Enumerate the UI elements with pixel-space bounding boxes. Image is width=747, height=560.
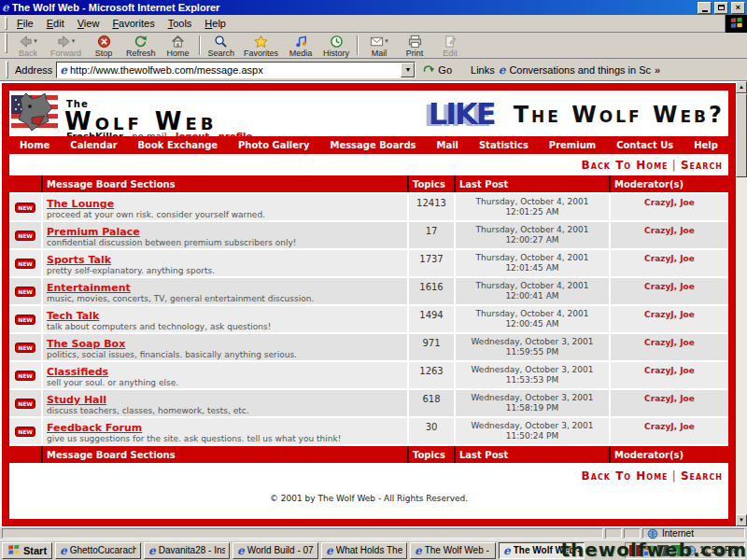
moderators[interactable]: CrazyJ, Joe (611, 278, 728, 304)
board-row: NEW Entertainment music, movies, concert… (9, 278, 728, 304)
refresh-button[interactable]: Refresh (121, 33, 161, 58)
topics-count: 1616 (409, 278, 454, 304)
moderators[interactable]: CrazyJ, Joe (611, 194, 728, 220)
last-post-date: Thursday, October 4, 2001 12:01:25 AM (456, 194, 609, 220)
menu-item[interactable]: Favorites (106, 16, 161, 31)
header-last-post: Last Post (456, 175, 609, 192)
board-link[interactable]: Tech Talk (47, 310, 99, 322)
stop-button[interactable]: Stop (86, 33, 121, 58)
refresh-icon (134, 35, 148, 49)
board-description: confidential discussion between premium … (47, 238, 403, 247)
search-link[interactable]: Search (681, 469, 723, 483)
new-posts-icon: NEW (15, 315, 35, 325)
links-chevron-icon[interactable] (655, 64, 660, 76)
moderators[interactable]: CrazyJ, Joe (611, 418, 728, 444)
new-posts-icon: NEW (15, 343, 35, 353)
favorites-icon (254, 35, 268, 49)
menu-item[interactable]: Edit (40, 16, 71, 31)
back-button[interactable]: ▾ Back (10, 33, 46, 58)
page-scrollbar[interactable]: ▲ ▼ (736, 81, 747, 526)
forward-button[interactable]: ▾ Forward (46, 33, 86, 58)
menu-item[interactable]: Tools (162, 16, 199, 31)
menu-item[interactable]: View (71, 16, 106, 31)
stop-icon (97, 35, 111, 49)
nav-item[interactable]: Help (694, 140, 718, 150)
toolbar-grip[interactable] (5, 33, 7, 53)
menu-item[interactable]: File (10, 16, 40, 31)
nav-item[interactable]: Calendar (70, 140, 117, 150)
task-icon (326, 545, 333, 556)
media-button[interactable]: Media (283, 33, 318, 58)
board-description: give us suggestions for the site. ask qu… (47, 434, 403, 443)
search-link[interactable]: Search (681, 159, 723, 172)
scroll-up-icon[interactable]: ▲ (736, 81, 747, 93)
moderators[interactable]: CrazyJ, Joe (611, 390, 728, 416)
nav-item[interactable]: Mail (436, 140, 458, 150)
nav-item[interactable]: Statistics (479, 140, 529, 150)
menu-grip[interactable] (5, 17, 7, 30)
go-arrow-icon (423, 64, 436, 76)
last-post-date: Wednesday, October 3, 2001 11:53:53 PM (456, 362, 609, 388)
board-row: NEW Sports Talk pretty self-explanatory.… (9, 250, 728, 276)
title-bar[interactable]: The Wolf Web - Microsoft Internet Explor… (0, 0, 747, 15)
nav-item[interactable]: Book Exchange (137, 140, 218, 150)
go-button[interactable]: Go (419, 64, 456, 76)
back-to-home-link[interactable]: Back To Home (582, 159, 669, 172)
moderators[interactable]: CrazyJ, Joe (611, 334, 728, 360)
minimize-button[interactable] (698, 2, 712, 14)
task-button[interactable]: What Holds The Un... (321, 542, 407, 559)
favorites-button[interactable]: Favorites (239, 33, 283, 58)
board-link[interactable]: Sports Talk (47, 254, 111, 266)
history-button[interactable]: History (318, 33, 354, 58)
home-button[interactable]: Home (161, 33, 196, 58)
back-to-home-link[interactable]: Back To Home (582, 469, 669, 483)
nav-item[interactable]: Photo Gallery (238, 140, 310, 150)
moderators[interactable]: CrazyJ, Joe (611, 306, 728, 332)
topics-count: 1494 (409, 306, 454, 332)
menu-item[interactable]: Help (198, 16, 233, 31)
board-description: proceed at your own risk. consider yours… (47, 210, 403, 219)
board-link[interactable]: Classifieds (47, 366, 108, 378)
links-item[interactable]: Conversations and things in Sc (509, 64, 651, 76)
close-button[interactable]: × (731, 2, 745, 14)
print-button[interactable]: Print (397, 33, 432, 58)
board-link[interactable]: The Lounge (47, 198, 114, 210)
nav-item[interactable]: Premium (549, 140, 596, 150)
new-posts-icon: NEW (15, 371, 35, 381)
board-link[interactable]: Entertainment (47, 282, 131, 294)
moderators[interactable]: CrazyJ, Joe (611, 222, 728, 248)
start-windows-icon (7, 544, 21, 556)
nav-item[interactable]: Home (20, 140, 49, 150)
task-button[interactable]: GhettoCucaracha's ... (55, 542, 141, 559)
browser-viewport: The Wolf Web FroshKiller · no mail · log… (0, 81, 747, 526)
quicklinks-bottom: Back To Home|Search (9, 465, 728, 486)
mail-button[interactable]: ▾ Mail (361, 33, 397, 58)
restore-button[interactable] (714, 2, 728, 14)
address-dropdown-icon[interactable] (401, 63, 415, 77)
address-input[interactable]: http://www.thewolfweb.com/message.aspx (56, 62, 416, 78)
search-button[interactable]: Search (204, 33, 240, 58)
task-button[interactable]: World Build - 07/14... (233, 542, 318, 559)
edit-button[interactable]: Edit (432, 33, 468, 58)
board-link[interactable]: Feedback Forum (47, 422, 142, 434)
scroll-thumb[interactable] (736, 93, 747, 177)
task-button[interactable]: The Wolf Web - Mic... (410, 542, 496, 559)
board-link[interactable]: Premium Palace (47, 226, 140, 238)
windows-logo-icon (725, 15, 747, 33)
board-link[interactable]: Study Hall (47, 394, 106, 406)
moderators[interactable]: CrazyJ, Joe (611, 362, 728, 388)
last-post-date: Wednesday, October 3, 2001 11:58:19 PM (456, 390, 609, 416)
board-link[interactable]: The Soap Box (47, 338, 125, 350)
nav-item[interactable]: Message Boards (330, 140, 416, 150)
start-button[interactable]: Start (2, 542, 52, 559)
status-message-pane (2, 528, 603, 539)
wolf-logo (11, 93, 60, 138)
logo-block[interactable]: The Wolf Web FroshKiller · no mail · log… (64, 93, 252, 142)
task-button[interactable]: Davanita28 - Instant... (144, 542, 230, 559)
new-posts-icon: NEW (15, 231, 35, 241)
scroll-down-icon[interactable]: ▼ (736, 514, 747, 526)
moderators[interactable]: CrazyJ, Joe (611, 250, 728, 276)
address-grip[interactable] (6, 61, 8, 77)
site-nav: HomeCalendarBook ExchangePhoto GalleryMe… (9, 136, 728, 154)
nav-item[interactable]: Contact Us (616, 140, 673, 150)
